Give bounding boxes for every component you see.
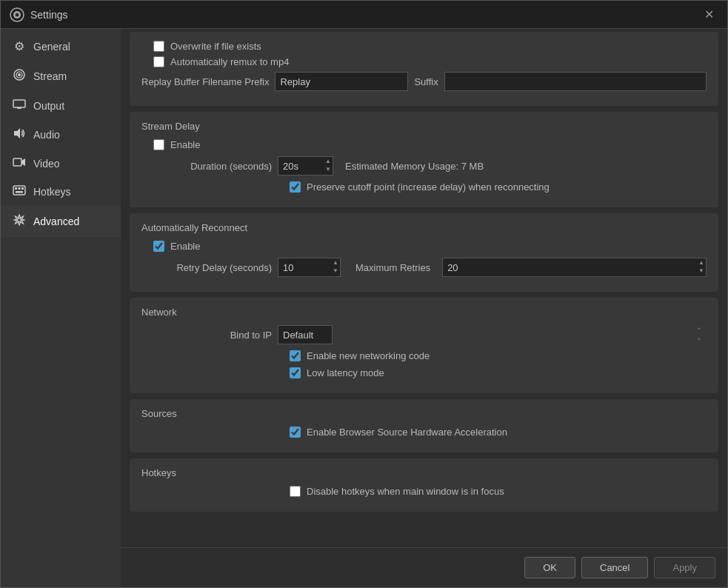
new-networking-checkbox[interactable] [290, 350, 301, 361]
preserve-row: Preserve cutoff point (increase delay) w… [141, 181, 707, 193]
max-retries-up-arrow[interactable]: ▲ [698, 259, 704, 267]
duration-down-arrow[interactable]: ▼ [325, 166, 331, 173]
sources-section: Sources Enable Browser Source Hardware A… [130, 399, 718, 452]
sources-title: Sources [141, 408, 707, 419]
svg-rect-10 [13, 158, 21, 166]
sidebar-label-stream: Stream [33, 70, 67, 82]
svg-rect-16 [16, 191, 23, 193]
stream-delay-enable-row: Enable [141, 139, 707, 150]
main-content: Overwrite if file exists Automatically r… [121, 29, 727, 587]
replay-prefix-input[interactable] [275, 72, 408, 91]
svg-rect-12 [13, 186, 25, 195]
svg-point-2 [16, 13, 19, 16]
stream-delay-enable-label: Enable [170, 139, 200, 150]
advanced-icon [13, 213, 26, 230]
bind-ip-select[interactable]: Default [278, 325, 333, 344]
remux-row: Automatically remux to mp4 [141, 56, 707, 67]
svg-rect-6 [13, 100, 25, 107]
retry-delay-label: Retry Delay (seconds) [153, 262, 272, 273]
max-retries-down-arrow[interactable]: ▼ [698, 267, 704, 275]
disable-hotkeys-label: Disable hotkeys when main window is in f… [307, 486, 504, 497]
cancel-button[interactable]: Cancel [581, 557, 648, 578]
browser-accel-checkbox[interactable] [290, 427, 301, 438]
retry-down-arrow[interactable]: ▼ [333, 267, 338, 275]
title-bar-left: Settings [10, 7, 68, 22]
remux-label: Automatically remux to mp4 [170, 56, 289, 67]
sidebar-item-general[interactable]: ⚙ General [1, 32, 121, 61]
disable-hotkeys-checkbox[interactable] [290, 486, 301, 497]
retry-delay-input[interactable] [283, 262, 324, 273]
audio-icon [13, 127, 26, 142]
browser-accel-label: Enable Browser Source Hardware Accelerat… [307, 427, 507, 438]
network-title: Network [141, 307, 707, 318]
overwrite-checkbox[interactable] [153, 41, 164, 52]
duration-arrows: ▲ ▼ [325, 158, 331, 173]
sidebar: ⚙ General Stream [1, 29, 121, 587]
apply-button[interactable]: Apply [654, 557, 715, 578]
retry-up-arrow[interactable]: ▲ [333, 259, 338, 267]
close-button[interactable]: ✕ [700, 6, 718, 23]
preserve-checkbox[interactable] [290, 181, 301, 193]
output-svg [13, 99, 26, 110]
retry-delay-spinbox[interactable]: ▲ ▼ [278, 258, 341, 277]
sidebar-item-stream[interactable]: Stream [1, 61, 121, 92]
auto-reconnect-section: Automatically Reconnect Enable Retry Del… [130, 213, 718, 292]
sidebar-item-video[interactable]: Video [1, 150, 121, 178]
auto-reconnect-enable-row: Enable [141, 241, 707, 252]
max-retries-spinbox[interactable]: ▲ ▼ [442, 258, 707, 277]
svg-marker-9 [14, 128, 20, 138]
svg-rect-13 [15, 187, 17, 190]
low-latency-checkbox[interactable] [290, 367, 301, 378]
duration-input[interactable] [283, 161, 316, 172]
remux-checkbox[interactable] [153, 56, 164, 67]
auto-reconnect-enable-checkbox[interactable] [153, 241, 164, 252]
sidebar-label-advanced: Advanced [33, 216, 79, 227]
max-retries-input[interactable] [447, 262, 689, 273]
retry-arrows: ▲ ▼ [333, 259, 338, 274]
disable-hotkeys-row: Disable hotkeys when main window is in f… [141, 486, 707, 497]
sidebar-item-output[interactable]: Output [1, 92, 121, 120]
main-scroll[interactable]: Overwrite if file exists Automatically r… [121, 29, 727, 547]
browser-accel-row: Enable Browser Source Hardware Accelerat… [141, 427, 707, 438]
network-section: Network Bind to IP Default Enable new ne… [130, 298, 718, 393]
svg-rect-15 [21, 187, 24, 190]
audio-svg [13, 127, 26, 139]
video-svg [13, 157, 26, 167]
content-area: ⚙ General Stream [1, 29, 727, 587]
settings-window: Settings ✕ ⚙ General Stream [0, 0, 728, 588]
duration-row: Duration (seconds) ▲ ▼ Estimated Memory … [153, 156, 707, 176]
stream-delay-title: Stream Delay [141, 121, 707, 132]
stream-icon [13, 68, 26, 84]
svg-rect-14 [19, 187, 21, 190]
auto-reconnect-title: Automatically Reconnect [141, 222, 707, 233]
title-bar: Settings ✕ [1, 1, 727, 29]
advanced-svg [13, 213, 26, 227]
max-retries-arrows: ▲ ▼ [698, 259, 704, 274]
sidebar-label-output: Output [33, 100, 64, 112]
stream-delay-section: Stream Delay Enable Duration (seconds) ▲… [130, 112, 718, 207]
suffix-label: Suffix [414, 76, 438, 87]
auto-reconnect-enable-label: Enable [170, 241, 200, 252]
output-icon [13, 99, 26, 113]
sidebar-label-hotkeys: Hotkeys [33, 186, 71, 198]
sidebar-item-hotkeys[interactable]: Hotkeys [1, 178, 121, 206]
replay-prefix-label: Replay Buffer Filename Prefix [141, 76, 269, 87]
sidebar-item-audio[interactable]: Audio [1, 120, 121, 150]
general-icon: ⚙ [13, 39, 26, 53]
duration-up-arrow[interactable]: ▲ [325, 158, 331, 165]
footer: OK Cancel Apply [121, 547, 727, 587]
sidebar-label-audio: Audio [33, 129, 60, 141]
video-icon [13, 157, 26, 170]
sidebar-item-advanced[interactable]: Advanced [1, 206, 121, 237]
app-icon [10, 7, 24, 22]
sidebar-label-general: General [33, 41, 70, 53]
duration-spinbox[interactable]: ▲ ▼ [278, 156, 333, 176]
bind-ip-label: Bind to IP [153, 330, 272, 341]
svg-point-17 [18, 218, 21, 222]
ok-button[interactable]: OK [524, 557, 575, 578]
overwrite-row: Overwrite if file exists [141, 41, 707, 52]
suffix-input[interactable] [444, 72, 707, 91]
new-networking-label: Enable new networking code [307, 350, 430, 361]
stream-delay-enable-checkbox[interactable] [153, 139, 164, 150]
new-networking-row: Enable new networking code [141, 350, 707, 361]
